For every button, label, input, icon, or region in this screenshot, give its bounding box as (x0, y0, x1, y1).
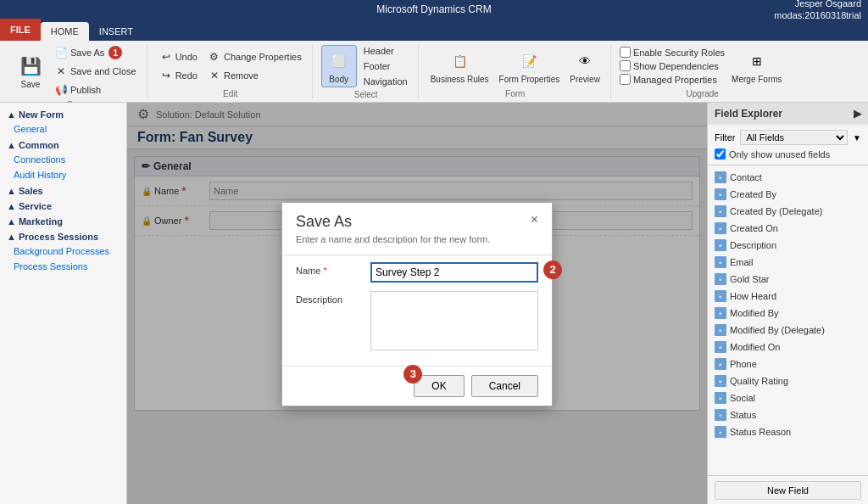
new-field-bar: New Field (708, 475, 868, 504)
modal-label-description: Description (296, 291, 364, 305)
managed-properties-check[interactable]: Managed Properties (620, 74, 725, 85)
upgrade-group-items: Enable Security Roles Show Dependencies … (620, 44, 786, 87)
user-info: Jesper Osgaard modas:20160318trial (774, 0, 861, 21)
field-item-modified-by-delegate[interactable]: ▪ Modified By (Delegate) (708, 322, 868, 339)
merge-forms-button[interactable]: ⊞ Merge Forms (728, 46, 785, 87)
sidebar-section-common[interactable]: ▲ Common (0, 137, 126, 152)
modal-description-textarea[interactable] (370, 291, 538, 350)
enable-security-roles-check[interactable]: Enable Security Roles (620, 47, 725, 58)
change-properties-button[interactable]: ⚙ Change Properties (204, 48, 305, 65)
tab-insert[interactable]: INSERT (89, 22, 143, 41)
sidebar-section-new-form[interactable]: ▲ New Form (0, 106, 126, 121)
footer-button[interactable]: Footer (360, 59, 411, 73)
field-item-created-by[interactable]: ▪ Created By (708, 186, 868, 203)
unused-fields-checkbox[interactable] (715, 148, 726, 160)
remove-icon: ✕ (208, 69, 221, 82)
field-item-status[interactable]: ▪ Status (708, 406, 868, 423)
field-icon-created-on: ▪ (715, 222, 726, 234)
form-props-label: Form Properties (499, 75, 560, 85)
remove-button[interactable]: ✕ Remove (204, 67, 305, 84)
field-item-modified-on[interactable]: ▪ Modified On (708, 339, 868, 356)
field-explorer-title: Field Explorer (715, 108, 782, 120)
field-item-created-on[interactable]: ▪ Created On (708, 220, 868, 237)
publish-icon: 📢 (54, 83, 68, 97)
field-icon-created-by: ▪ (715, 188, 726, 200)
unused-fields-checkbox-label[interactable]: Only show unused fields (715, 148, 861, 160)
filter-select[interactable]: All Fields (740, 130, 848, 145)
upgrade-group-label: Upgrade (687, 87, 719, 98)
field-item-quality-rating[interactable]: ▪ Quality Rating (708, 372, 868, 389)
field-item-email[interactable]: ▪ Email (708, 254, 868, 271)
modal-footer: 3 OK Cancel (282, 366, 552, 406)
field-explorer-header: Field Explorer ▶ (708, 103, 868, 125)
ok-button[interactable]: OK (414, 375, 464, 397)
field-item-contact[interactable]: ▪ Contact (708, 169, 868, 186)
cancel-button[interactable]: Cancel (471, 375, 538, 397)
ribbon-group-select: ⬜ Body Header Footer Navigation Select (314, 44, 419, 98)
app-logo: Microsoft Dynamics CRM (376, 3, 491, 15)
redo-button[interactable]: ↪ Redo (156, 67, 201, 84)
sidebar-item-general[interactable]: General (0, 121, 126, 137)
badge-1: 1 (108, 46, 122, 59)
field-icon-phone: ▪ (715, 358, 726, 370)
merge-forms-label: Merge Forms (732, 75, 782, 85)
modal-overlay: Save As × Enter a name and description f… (127, 103, 707, 504)
modal-name-input[interactable] (370, 262, 538, 283)
user-name: Jesper Osgaard (774, 0, 861, 9)
publish-button[interactable]: 📢 Publish (51, 81, 140, 98)
tab-home[interactable]: HOME (41, 22, 89, 41)
sidebar-item-process-sessions[interactable]: Process Sessions (0, 259, 126, 274)
change-props-icon: ⚙ (208, 50, 221, 64)
preview-label: Preview (570, 75, 600, 85)
field-icon-email: ▪ (715, 256, 726, 268)
sidebar-section-sales[interactable]: ▲ Sales (0, 182, 126, 198)
save-close-button[interactable]: ✕ Save and Close (51, 63, 140, 80)
business-rules-button[interactable]: 📋 Business Rules (427, 46, 492, 87)
sidebar-section-marketing[interactable]: ▲ Marketing (0, 213, 126, 228)
modal-subtitle: Enter a name and description for the new… (282, 234, 552, 255)
field-item-description[interactable]: ▪ Description (708, 237, 868, 254)
save-label: Save (21, 80, 41, 90)
field-item-created-by-delegate[interactable]: ▪ Created By (Delegate) (708, 203, 868, 220)
show-dependencies-check[interactable]: Show Dependencies (620, 60, 725, 71)
form-properties-button[interactable]: 📝 Form Properties (496, 46, 564, 87)
undo-button[interactable]: ↩ Undo (156, 48, 201, 65)
sidebar-section-process[interactable]: ▲ Process Sessions (0, 228, 126, 244)
form-group-label: Form (505, 87, 525, 98)
field-explorer-expand-icon[interactable]: ▶ (854, 108, 861, 120)
field-item-phone[interactable]: ▪ Phone (708, 356, 868, 372)
save-as-button[interactable]: 📄 Save As 1 (51, 44, 140, 61)
field-item-social[interactable]: ▪ Social (708, 389, 868, 406)
navigation-button[interactable]: Navigation (360, 75, 411, 88)
field-icon-created-by-delegate: ▪ (715, 205, 726, 217)
save-as-modal: Save As × Enter a name and description f… (281, 202, 553, 406)
field-item-gold-star[interactable]: ▪ Gold Star (708, 271, 868, 288)
new-field-button[interactable]: New Field (715, 481, 861, 500)
field-list: ▪ Contact ▪ Created By ▪ Created By (Del… (708, 165, 868, 475)
sidebar-item-connections[interactable]: Connections (0, 152, 126, 167)
ribbon-group-edit: ↩ Undo ↪ Redo ⚙ Change Properties ✕ (149, 44, 313, 98)
modal-close-button[interactable]: × (531, 213, 538, 227)
save-button[interactable]: 💾 Save (14, 51, 47, 92)
sidebar-section-service[interactable]: ▲ Service (0, 198, 126, 213)
save-close-icon: ✕ (54, 64, 68, 78)
field-item-status-reason[interactable]: ▪ Status Reason (708, 423, 868, 440)
body-button[interactable]: ⬜ Body (321, 45, 357, 87)
field-icon-quality-rating: ▪ (715, 375, 726, 387)
modal-input-wrapper: 2 (370, 262, 538, 283)
undo-icon: ↩ (159, 50, 173, 64)
header-button[interactable]: Header (360, 44, 411, 58)
preview-button[interactable]: 👁 Preview (566, 46, 604, 87)
tab-file[interactable]: FILE (0, 19, 41, 41)
modal-field-row-name: Name * 2 (296, 262, 538, 283)
field-item-how-heard[interactable]: ▪ How Heard (708, 288, 868, 305)
field-item-modified-by[interactable]: ▪ Modified By (708, 305, 868, 322)
edit-group-items: ↩ Undo ↪ Redo ⚙ Change Properties ✕ (156, 44, 305, 87)
ribbon-group-save: 💾 Save 📄 Save As 1 ✕ Save and Close 📢 (7, 44, 147, 98)
field-icon-description: ▪ (715, 239, 726, 251)
body-label: Body (329, 75, 348, 85)
modal-body: Name * 2 Description (282, 255, 552, 366)
sidebar-item-audit-history[interactable]: Audit History (0, 167, 126, 182)
sidebar-item-background-processes[interactable]: Background Processes (0, 244, 126, 259)
save-group-items: 💾 Save 📄 Save As 1 ✕ Save and Close 📢 (14, 44, 140, 98)
